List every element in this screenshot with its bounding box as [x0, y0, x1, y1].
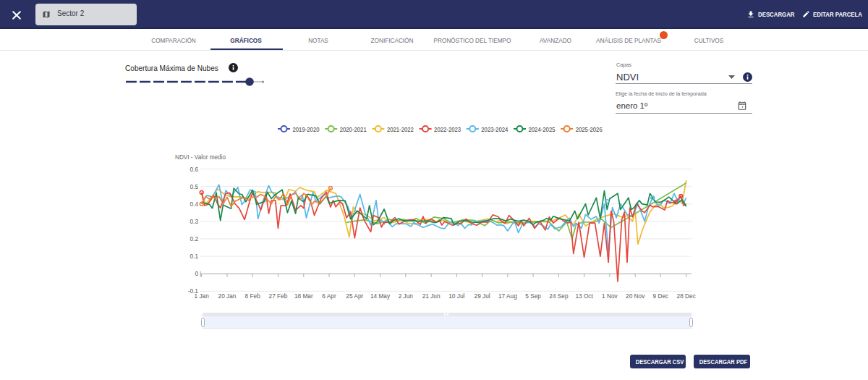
- svg-text:28 Dec: 28 Dec: [677, 292, 697, 300]
- svg-text:9 Dec: 9 Dec: [653, 292, 669, 300]
- svg-text:0.4: 0.4: [190, 200, 199, 208]
- svg-text:0.5: 0.5: [190, 183, 199, 190]
- svg-text:0.6: 0.6: [190, 166, 199, 173]
- svg-text:21 Jun: 21 Jun: [422, 292, 441, 300]
- svg-text:8 Feb: 8 Feb: [245, 292, 260, 300]
- svg-text:27 Feb: 27 Feb: [269, 292, 288, 300]
- svg-text:29 Jul: 29 Jul: [475, 292, 490, 300]
- svg-text:18 Mar: 18 Mar: [294, 292, 313, 300]
- svg-text:NDVI - Valor medio: NDVI - Valor medio: [175, 153, 226, 161]
- svg-text:1 Nov: 1 Nov: [602, 292, 618, 300]
- svg-text:0.3: 0.3: [190, 218, 199, 225]
- svg-text:2025-2026: 2025-2026: [576, 125, 603, 133]
- svg-text:2021-2022: 2021-2022: [387, 125, 414, 133]
- svg-text:2020-2021: 2020-2021: [340, 125, 367, 133]
- svg-text:1 Jan: 1 Jan: [195, 292, 209, 300]
- svg-text:13 Oct: 13 Oct: [575, 292, 593, 300]
- svg-text:24 Sep: 24 Sep: [549, 292, 568, 300]
- svg-text:14 May: 14 May: [370, 292, 391, 300]
- svg-text:17 Aug: 17 Aug: [498, 292, 517, 300]
- svg-text:20 Jan: 20 Jan: [218, 292, 237, 300]
- svg-text:2024-2025: 2024-2025: [529, 125, 556, 133]
- svg-text:20 Nov: 20 Nov: [626, 292, 645, 300]
- svg-text:2023-2024: 2023-2024: [481, 125, 508, 133]
- svg-text:2 Jun: 2 Jun: [399, 292, 413, 300]
- svg-text:0.1: 0.1: [190, 253, 199, 260]
- svg-text:25 Apr: 25 Apr: [346, 292, 363, 300]
- svg-text:0: 0: [195, 270, 198, 277]
- svg-text:6 Apr: 6 Apr: [322, 292, 336, 300]
- svg-text:10 Jul: 10 Jul: [448, 292, 464, 300]
- svg-text:2022-2023: 2022-2023: [434, 125, 461, 133]
- svg-text:5 Sep: 5 Sep: [525, 292, 541, 300]
- svg-text:2019-2020: 2019-2020: [293, 125, 320, 133]
- svg-text:0.2: 0.2: [190, 235, 199, 242]
